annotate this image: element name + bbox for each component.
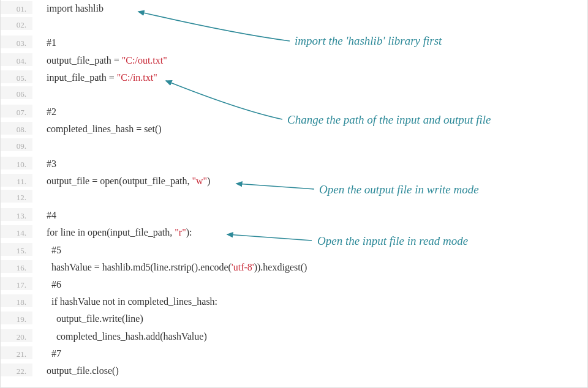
code-content: output_file_path = "C:/out.txt" (32, 52, 167, 66)
code-line: 05.input_file_path = "C:/in.txt" (1, 69, 587, 86)
code-token: )).hexdigest() (254, 262, 307, 272)
code-token: hashValue = hashlib.md5(line.rstrip().en… (51, 262, 232, 272)
code-content: completed_lines_hash = set() (32, 121, 162, 135)
code-content: #2 (32, 103, 56, 118)
code-line: 15. #5 (1, 242, 587, 259)
code-line: 22.output_file.close() (1, 362, 587, 379)
code-content: completed_lines_hash.add(hashValue) (32, 328, 207, 342)
code-token: completed_lines_hash = set() (47, 124, 162, 134)
line-number: 01. (1, 1, 32, 14)
code-content: #1 (32, 34, 56, 48)
code-line: 06. (1, 86, 587, 103)
code-token: ): (186, 227, 192, 237)
code-line: 18. if hashValue not in completed_lines_… (1, 293, 587, 310)
line-number: 19. (1, 312, 32, 324)
line-number: 15. (1, 243, 32, 256)
code-token: #4 (47, 210, 56, 220)
code-token: 'utf-8' (232, 262, 254, 272)
code-content: hashValue = hashlib.md5(line.rstrip().en… (32, 259, 307, 273)
code-token: #2 (47, 106, 56, 117)
code-line: 01.import hashlib (1, 0, 587, 17)
code-line: 16. hashValue = hashlib.md5(line.rstrip(… (1, 259, 587, 276)
line-number: 02. (1, 17, 32, 30)
line-number: 21. (1, 346, 32, 359)
line-number: 17. (1, 277, 32, 290)
code-content: import hashlib (32, 0, 104, 14)
code-line: 12. (1, 190, 587, 207)
code-content: output_file.write(line) (32, 310, 143, 324)
line-number: 20. (1, 329, 32, 342)
code-line: 17. #6 (1, 276, 587, 293)
line-number: 12. (1, 190, 32, 203)
code-token: output_file.close() (47, 365, 119, 376)
line-number: 13. (1, 208, 32, 221)
code-content: if hashValue not in completed_lines_hash… (32, 293, 217, 307)
code-content: input_file_path = "C:/in.txt" (32, 69, 157, 83)
code-token: #6 (51, 279, 61, 289)
code-token: output_file = open(output_file_path, (47, 176, 192, 186)
code-content (32, 24, 47, 28)
code-token: "w" (192, 176, 207, 186)
code-token: completed_lines_hash.add(hashValue) (56, 331, 207, 341)
line-number: 06. (1, 86, 32, 99)
code-line: 10.#3 (1, 155, 587, 173)
code-content: #4 (32, 207, 56, 221)
line-number: 04. (1, 53, 32, 66)
code-token: if hashValue not in completed_lines_hash… (51, 296, 217, 307)
code-block: 01.import hashlib02.03.#104.output_file_… (1, 0, 587, 379)
code-content (32, 197, 47, 200)
code-token: #1 (47, 37, 56, 48)
code-line: 13.#4 (1, 207, 587, 224)
line-number: 09. (1, 138, 32, 151)
code-content (32, 94, 47, 97)
code-content: for line in open(input_file_path, "r"): (32, 224, 192, 238)
code-line: 03.#1 (1, 34, 587, 51)
code-line: 14.for line in open(input_file_path, "r"… (1, 224, 587, 241)
code-content: output_file.close() (32, 362, 119, 376)
line-number: 11. (1, 174, 32, 187)
code-content: #6 (32, 276, 61, 290)
code-line: 04.output_file_path = "C:/out.txt" (1, 52, 587, 69)
code-token: output_file.write(line) (56, 313, 143, 324)
code-content: #3 (32, 155, 56, 170)
code-content: #7 (32, 345, 61, 359)
code-token: "C:/out.txt" (122, 55, 167, 65)
code-token: import hashlib (47, 3, 104, 13)
line-number: 05. (1, 70, 32, 83)
code-token: input_file_path = (47, 72, 117, 83)
line-number: 16. (1, 260, 32, 273)
code-line: 02. (1, 17, 587, 34)
code-content: #5 (32, 242, 61, 256)
line-number: 18. (1, 294, 32, 307)
code-content: output_file = open(output_file_path, "w"… (32, 173, 210, 187)
code-token: output_file_path = (47, 55, 122, 65)
code-token: #7 (51, 348, 61, 359)
code-token: "C:/in.txt" (117, 72, 157, 83)
code-line: 09. (1, 138, 587, 155)
code-line: 07.#2 (1, 103, 587, 121)
line-number: 07. (1, 105, 32, 118)
code-container: 01.import hashlib02.03.#104.output_file_… (0, 0, 588, 388)
code-line: 21. #7 (1, 345, 587, 362)
code-token: for line in open(input_file_path, (47, 227, 175, 237)
code-content (32, 146, 47, 149)
code-token: #3 (47, 159, 56, 169)
line-number: 08. (1, 122, 32, 135)
line-number: 10. (1, 157, 32, 170)
line-number: 14. (1, 225, 32, 238)
line-number: 22. (1, 364, 32, 376)
code-line: 11.output_file = open(output_file_path, … (1, 173, 587, 190)
code-line: 19. output_file.write(line) (1, 310, 587, 327)
code-token: "r" (175, 227, 186, 237)
code-line: 20. completed_lines_hash.add(hashValue) (1, 328, 587, 345)
code-token: ) (207, 176, 210, 186)
code-line: 08.completed_lines_hash = set() (1, 121, 587, 138)
line-number: 03. (1, 35, 32, 48)
code-token: #5 (51, 245, 61, 255)
